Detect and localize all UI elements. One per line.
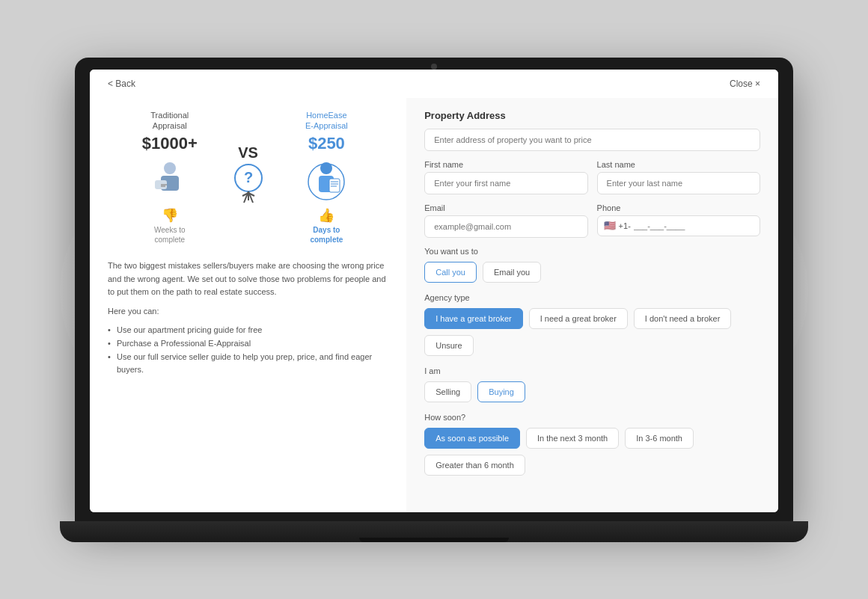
next-3month-button[interactable]: In the next 3 month (526, 428, 619, 449)
thumb-up-icon: 👍 (271, 207, 383, 224)
contact-options-group: Call you Email you (424, 262, 760, 283)
traditional-time: Weeks tocomplete (114, 225, 226, 245)
unsure-button[interactable]: Unsure (424, 335, 473, 356)
last-name-col: Last name (597, 160, 760, 194)
buying-button[interactable]: Buying (477, 381, 525, 402)
close-button[interactable]: Close × (730, 79, 760, 89)
svg-point-0 (164, 162, 176, 174)
vs-col: VS ? (226, 144, 271, 209)
selling-button[interactable]: Selling (424, 381, 471, 402)
phone-label: Phone (597, 203, 760, 212)
email-col: Email (424, 203, 587, 238)
role-options-group: Selling Buying (424, 381, 760, 402)
back-button[interactable]: < Back (108, 79, 135, 89)
here-you-can: Here you can: (108, 305, 388, 319)
question-illustration: ? (232, 162, 265, 206)
laptop-camera (431, 64, 437, 70)
svg-rect-14 (329, 179, 340, 192)
first-name-input[interactable] (424, 172, 587, 194)
traditional-col: TraditionalAppraisal $1000+ (114, 110, 226, 245)
homeease-illustration (304, 159, 349, 204)
features-list: Use our apartment pricing guide for free… (108, 324, 388, 376)
homeease-title: HomeEaseE-Appraisal (271, 110, 383, 132)
thumb-down-icon: 👎 (114, 207, 226, 224)
homeease-col: HomeEaseE-Appraisal $250 (271, 110, 383, 245)
top-nav: < Back Close × (90, 70, 778, 98)
last-name-input[interactable] (597, 172, 760, 194)
agency-options-group: I have a great broker I need a great bro… (424, 308, 760, 356)
right-panel: Property Address First name Last name (406, 98, 778, 512)
property-address-input[interactable] (424, 129, 760, 151)
laptop-base (60, 521, 808, 542)
email-input[interactable] (424, 215, 587, 238)
no-broker-button[interactable]: I don't need a broker (634, 308, 732, 329)
phone-flag: 🇺🇸 (604, 220, 616, 231)
phone-col: Phone 🇺🇸 +1- (597, 203, 760, 238)
first-name-label: First name (424, 160, 587, 169)
feature-item: Use our full service seller guide to hel… (108, 351, 388, 377)
agency-type-label: Agency type (424, 293, 760, 302)
have-broker-button[interactable]: I have a great broker (424, 308, 523, 329)
comparison-section: TraditionalAppraisal $1000+ (108, 110, 388, 245)
feature-item: Use our apartment pricing guide for free (108, 324, 388, 337)
property-address-label: Property Address (424, 110, 760, 121)
feature-item: Purchase a Professional E-Appraisal (108, 337, 388, 351)
phone-code: +1- (619, 221, 631, 230)
need-broker-button[interactable]: I need a great broker (529, 308, 628, 329)
traditional-illustration (147, 159, 192, 204)
left-panel: TraditionalAppraisal $1000+ (90, 98, 406, 512)
contact-row: Email Phone 🇺🇸 +1- (424, 203, 760, 238)
you-want-us-to-label: You want us to (424, 247, 760, 256)
traditional-title: TraditionalAppraisal (114, 110, 226, 132)
name-row: First name Last name (424, 160, 760, 194)
last-name-label: Last name (597, 160, 760, 169)
description-section: The two biggest mistakes sellers/buyers … (108, 259, 388, 377)
homeease-time: Days tocomplete (271, 225, 383, 245)
homeease-price: $250 (271, 134, 383, 153)
email-label: Email (424, 203, 587, 212)
first-name-col: First name (424, 160, 587, 194)
as-soon-button[interactable]: As soon as possible (424, 428, 520, 449)
phone-input-wrapper: 🇺🇸 +1- (597, 215, 760, 236)
3-6month-button[interactable]: In 3-6 month (625, 428, 694, 449)
timing-options-group: As soon as possible In the next 3 month … (424, 428, 760, 476)
phone-input[interactable] (634, 216, 754, 236)
traditional-price: $1000+ (114, 134, 226, 153)
svg-text:?: ? (243, 169, 252, 185)
vs-label: VS (232, 144, 265, 162)
email-you-button[interactable]: Email you (483, 262, 541, 283)
greater-6month-button[interactable]: Greater than 6 month (424, 455, 525, 476)
call-you-button[interactable]: Call you (424, 262, 477, 283)
description-paragraph: The two biggest mistakes sellers/buyers … (108, 259, 388, 299)
how-soon-label: How soon? (424, 413, 760, 422)
i-am-label: I am (424, 366, 760, 375)
